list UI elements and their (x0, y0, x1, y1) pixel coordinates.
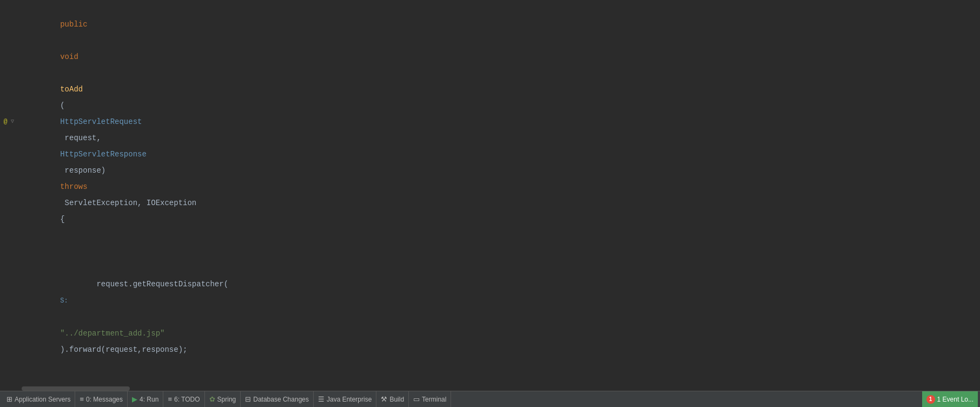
messages-icon: ≡ (80, 395, 84, 403)
terminal-label: Terminal (422, 396, 446, 403)
fold-arrow-1[interactable]: ▽ (11, 114, 14, 130)
build-label: Build (389, 396, 404, 403)
messages-label: 0: Messages (86, 396, 123, 403)
code-line-2 (0, 244, 980, 260)
keyword-void-1: void (60, 52, 78, 61)
line-content-2 (22, 244, 980, 260)
throws-keyword-1: throws (60, 182, 87, 191)
build-icon: ⚒ (381, 395, 387, 403)
gutter-1: @ ▽ (0, 114, 22, 130)
status-java-enterprise[interactable]: ☰ Java Enterprise (314, 391, 376, 407)
status-build[interactable]: ⚒ Build (376, 391, 409, 407)
line-content-4: } (22, 374, 980, 386)
code-scroll-area[interactable]: @ ▽ public void toAdd ( HttpServletReque… (0, 0, 980, 386)
event-log-label: 1 Event Lo... (937, 396, 974, 403)
status-event-log[interactable]: 1 1 Event Lo... (922, 391, 978, 407)
scrollbar-thumb[interactable] (22, 386, 130, 391)
param-type-httprequest-1: HttpServletRequest (60, 117, 142, 126)
db-label: Database Changes (253, 396, 309, 403)
line-content-1: public void toAdd ( HttpServletRequest r… (22, 0, 980, 244)
status-bar: ⊞ Application Servers ≡ 0: Messages ▶ 4:… (0, 391, 980, 407)
code-line-4: ⊙ } (0, 374, 980, 386)
status-terminal[interactable]: ▭ Terminal (409, 391, 451, 407)
java-enterprise-icon: ☰ (318, 395, 325, 403)
code-line-1: @ ▽ public void toAdd ( HttpServletReque… (0, 0, 980, 244)
string-prefix-1: S: (60, 297, 68, 305)
code-editor: @ ▽ public void toAdd ( HttpServletReque… (0, 0, 980, 391)
terminal-icon: ▭ (413, 395, 420, 403)
code-line-3: request.getRequestDispatcher( S: "../dep… (0, 260, 980, 374)
app-servers-icon: ⊞ (6, 395, 12, 403)
spring-icon: ✿ (209, 395, 215, 403)
string-department-add: "../department_add.jsp" (60, 329, 164, 338)
db-icon: ⊟ (245, 395, 251, 403)
horizontal-scrollbar[interactable] (0, 386, 980, 391)
todo-icon: ≡ (168, 395, 172, 403)
todo-label: 6: TODO (174, 396, 200, 403)
status-spring[interactable]: ✿ Spring (205, 391, 241, 407)
java-enterprise-label: Java Enterprise (327, 396, 372, 403)
keyword-public-1: public (60, 20, 87, 29)
event-log-number: 1 (926, 395, 935, 404)
status-messages[interactable]: ≡ 0: Messages (75, 391, 128, 407)
method-toadd: toAdd (60, 85, 83, 94)
run-icon: ▶ (132, 395, 137, 403)
param-type-httpresponse-1: HttpServletResponse (60, 150, 147, 159)
run-label: 4: Run (140, 396, 158, 403)
app-servers-label: Application Servers (15, 396, 70, 403)
line-content-3: request.getRequestDispatcher( S: "../dep… (22, 260, 980, 374)
status-db-changes[interactable]: ⊟ Database Changes (241, 391, 314, 407)
status-app-servers[interactable]: ⊞ Application Servers (2, 391, 75, 407)
status-todo[interactable]: ≡ 6: TODO (163, 391, 204, 407)
spring-label: Spring (217, 396, 236, 403)
annotation-icon-1: @ (0, 114, 11, 130)
status-run[interactable]: ▶ 4: Run (128, 391, 163, 407)
